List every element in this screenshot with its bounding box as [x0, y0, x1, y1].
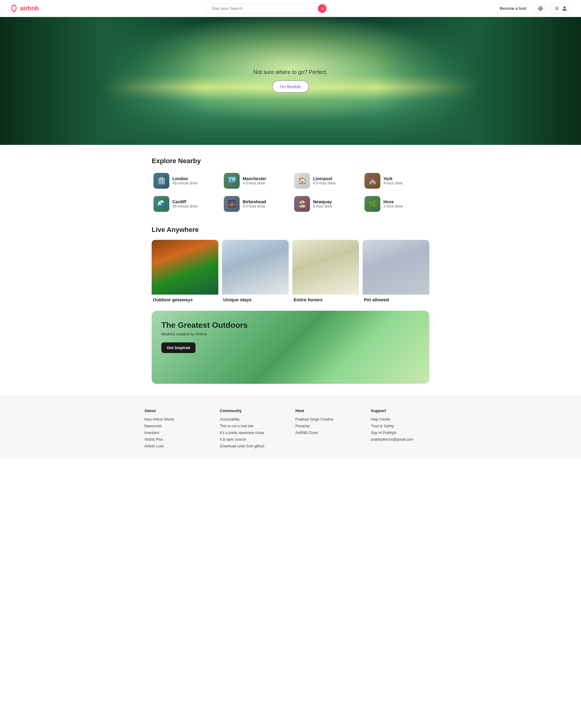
live-anywhere-grid: Outdoor getaways Unique stays Entire hom… [152, 240, 429, 305]
navbar: airbnb Become a host [0, 0, 581, 17]
menu-button[interactable] [551, 3, 571, 14]
nearby-info: London 45-minute drive [172, 176, 198, 185]
nearby-icon: 🏰 [364, 173, 380, 189]
outdoors-text: The Greatest Outdoors Wishlist created b… [161, 320, 248, 353]
live-card-image [152, 240, 218, 294]
footer-col-title: Host [295, 409, 361, 413]
nearby-thumb: 🏠 [294, 173, 310, 189]
search-button[interactable] [318, 4, 326, 13]
nearby-item[interactable]: 🏠 Liverpool 4.5-hour drive [292, 171, 359, 190]
flexible-button[interactable]: I'm flexible [272, 80, 309, 93]
footer-col-about: AboutHow Airbnb WorksNewsroomInvestorsAi… [144, 409, 210, 451]
hero-content: Not sure where to go? Perfect. I'm flexi… [253, 69, 328, 93]
footer-link[interactable]: It $ open source [220, 437, 286, 442]
nearby-info: York 4-hour drive [383, 176, 403, 185]
footer-link[interactable]: AirBNB Clone [295, 431, 361, 435]
logo[interactable]: airbnb [10, 4, 39, 13]
footer-col-host: HostPrabhjot Singh ChadhaPresentsAirBNB … [295, 409, 361, 451]
footer-link[interactable]: Presents [295, 424, 361, 428]
hero-trees-left [0, 17, 203, 145]
footer: AboutHow Airbnb WorksNewsroomInvestorsAi… [0, 396, 581, 458]
svg-point-4 [563, 6, 565, 8]
nearby-grid: 🏛️ London 45-minute drive 🏙️ Manchester … [152, 171, 429, 214]
live-card[interactable]: Pet allowed [363, 240, 429, 305]
nearby-info: Newquay 6-hour drive [313, 199, 332, 208]
footer-link[interactable]: Newsroom [144, 424, 210, 428]
outdoors-title: The Greatest Outdoors [161, 320, 248, 330]
become-host-button[interactable]: Become a host [496, 4, 530, 13]
footer-col-support: SupportHelp CenterTrust & SafetySay Hi P… [371, 409, 437, 451]
nearby-drive: 4.5-hour drive [313, 181, 335, 185]
footer-col-title: Support [371, 409, 437, 413]
get-inspired-button[interactable]: Get Inspired [161, 342, 196, 353]
search-input[interactable] [206, 3, 328, 14]
search-icon [320, 6, 324, 11]
footer-link[interactable]: How Airbnb Works [144, 417, 210, 421]
menu-icon [555, 6, 559, 11]
explore-title: Explore Nearby [152, 157, 429, 165]
nearby-icon: 🌉 [224, 196, 239, 212]
footer-col-community: CommunityAccessibilityThis is not a real… [220, 409, 286, 451]
live-card[interactable]: Entire homes [292, 240, 359, 305]
nearby-item[interactable]: 🌊 Cardiff 45-minute drive [152, 194, 218, 214]
footer-link[interactable]: Help Center [371, 417, 437, 421]
nearby-item[interactable]: 🏛️ London 45-minute drive [152, 171, 218, 190]
nearby-thumb: 🏛️ [153, 173, 169, 189]
nearby-drive: 45-minute drive [172, 181, 198, 185]
footer-link[interactable]: Prabhjot Singh Chadha [295, 417, 361, 421]
nearby-drive: 6-hour drive [313, 204, 332, 208]
footer-link[interactable]: Investors [144, 431, 210, 435]
nearby-name: Birkenhead [243, 199, 266, 204]
live-card-label: Outdoor getaways [152, 294, 218, 305]
nearby-item[interactable]: 🏰 York 4-hour drive [363, 171, 429, 190]
nearby-thumb: 🏖️ [294, 196, 310, 212]
main-content: Explore Nearby 🏛️ London 45-minute drive… [144, 145, 437, 396]
nearby-name: Cardiff [172, 199, 198, 204]
nearby-icon: 🏛️ [153, 173, 169, 189]
hero-trees-right [378, 17, 581, 145]
nearby-name: Newquay [313, 199, 332, 204]
nearby-name: Hove [383, 199, 403, 204]
footer-link[interactable]: Accessibility [220, 417, 286, 421]
nearby-item[interactable]: 🌿 Hove 2-hour drive [363, 194, 429, 214]
nearby-thumb: 🌊 [153, 196, 169, 212]
nearby-drive: 2-hour drive [383, 204, 403, 208]
nearby-name: London [172, 176, 198, 181]
live-card[interactable]: Unique stays [222, 240, 289, 305]
nearby-drive: 4.5-hour drive [243, 204, 266, 208]
nearby-item[interactable]: 🏖️ Newquay 6-hour drive [292, 194, 359, 214]
live-anywhere-title: Live Anywhere [152, 226, 429, 234]
outdoors-card: The Greatest Outdoors Wishlist created b… [152, 311, 429, 384]
footer-link[interactable]: It's a pretty awesome clone [220, 431, 286, 435]
nearby-info: Liverpool 4.5-hour drive [313, 176, 335, 185]
nearby-icon: 🏙️ [224, 173, 239, 189]
footer-link[interactable]: This is not a real site [220, 424, 286, 428]
footer-link[interactable]: Download code from github [220, 444, 286, 448]
nearby-name: Manchester [243, 176, 267, 181]
nearby-info: Cardiff 45-minute drive [172, 199, 198, 208]
footer-link[interactable]: prabhjottechs@gmail.com [371, 437, 437, 442]
nearby-item[interactable]: 🌉 Birkenhead 4.5-hour drive [222, 194, 289, 214]
language-button[interactable] [535, 4, 546, 13]
live-card-label: Entire homes [292, 294, 359, 305]
nearby-drive: 4-hour drive [383, 181, 403, 185]
nearby-drive: 45-minute drive [172, 204, 198, 208]
search-bar [206, 3, 328, 14]
footer-link[interactable]: Airbnb Plus [144, 437, 210, 442]
hero-subtitle: Not sure where to go? Perfect. [253, 69, 328, 76]
nearby-thumb: 🌿 [364, 196, 380, 212]
live-card-label: Unique stays [222, 294, 289, 305]
nearby-item[interactable]: 🏙️ Manchester 4.5-hour drive [222, 171, 289, 190]
nearby-name: Liverpool [313, 176, 335, 181]
live-card[interactable]: Outdoor getaways [152, 240, 218, 305]
nearby-info: Hove 2-hour drive [383, 199, 403, 208]
globe-icon [538, 6, 543, 11]
logo-text: airbnb [20, 5, 39, 12]
footer-link[interactable]: Say Hi Prabhjot [371, 431, 437, 435]
footer-link[interactable]: Trust & Safety [371, 424, 437, 428]
user-icon [561, 5, 568, 12]
live-card-image [292, 240, 359, 294]
footer-link[interactable]: Airbnb Luxe [144, 444, 210, 448]
footer-col-title: Community [220, 409, 286, 413]
nearby-drive: 4.5-hour drive [243, 181, 267, 185]
